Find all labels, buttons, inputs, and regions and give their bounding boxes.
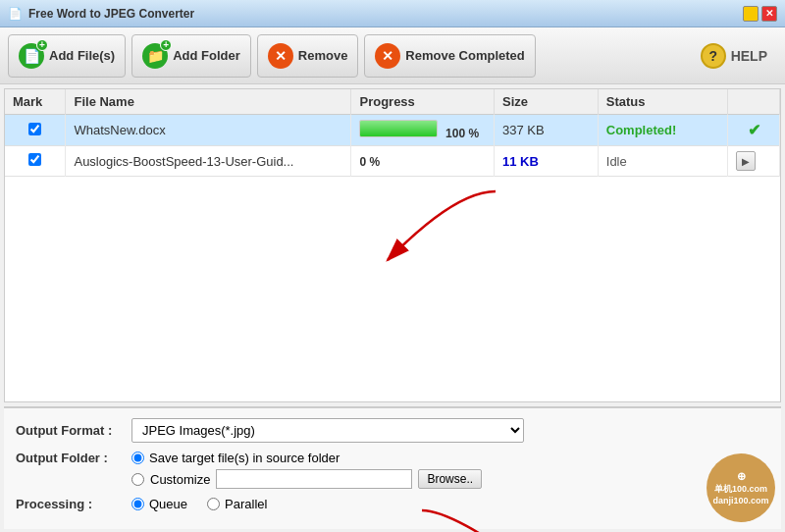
title-bar-left: 📄 Free Word to JPEG Converter [8,7,194,21]
row2-size: 11 KB [494,146,598,177]
processing-row: Processing : Queue Parallel [16,497,769,511]
add-folder-button[interactable]: 📁 + Add Folder [131,34,251,78]
app-icon: 📄 [8,7,23,21]
help-icon: ? [701,43,726,69]
remove-completed-icon: ✕ [375,43,400,69]
remove-completed-button[interactable]: ✕ Remove Completed [364,34,535,78]
row2-progress-text: 0 % [359,155,380,169]
add-files-label: Add File(s) [49,48,115,63]
output-folder-row: Output Folder : Save target file(s) in s… [16,451,769,489]
row1-action: ✔ [728,115,780,146]
row1-progress-bar [359,120,438,137]
row2-progress: 0 % [351,146,495,177]
file-list-panel: Mark File Name Progress Size Status What… [4,88,781,402]
close-button[interactable]: ✕ [761,6,777,22]
remove-label: Remove [298,48,348,63]
table-header-row: Mark File Name Progress Size Status [5,89,780,115]
title-bar-controls: ✕ [743,6,777,22]
col-status: Status [598,89,727,115]
toolbar: 📄 + Add File(s) 📁 + Add Folder ✕ Remove … [0,27,785,84]
col-progress: Progress [351,89,495,115]
add-files-button[interactable]: 📄 + Add File(s) [8,34,126,78]
remove-completed-label: Remove Completed [405,48,524,63]
row2-status-text: Idle [606,154,627,169]
row2-filename: Auslogics-BoostSpeed-13-User-Guid... [66,146,351,177]
row1-status: Completed! [598,115,727,146]
processing-label: Processing : [16,497,124,511]
queue-label: Queue [149,497,187,511]
col-mark: Mark [5,89,66,115]
customize-radio[interactable] [131,473,144,486]
output-folder-label: Output Folder : [16,451,124,465]
row1-check-icon: ✔ [748,122,760,138]
row1-progress: 100 % [351,115,495,146]
save-source-option: Save target file(s) in source folder [131,451,482,465]
add-files-icon: 📄 + [19,43,44,69]
save-source-radio[interactable] [131,452,144,464]
browse-button[interactable]: Browse.. [418,469,482,489]
row1-size: 337 KB [494,115,598,146]
table-row: Auslogics-BoostSpeed-13-User-Guid... 0 %… [5,146,780,177]
save-source-label: Save target file(s) in source folder [149,451,340,465]
row1-status-text: Completed! [606,123,677,137]
row1-progress-fill [360,121,437,136]
customize-input[interactable] [216,469,412,489]
parallel-radio[interactable] [207,498,220,510]
add-folder-icon: 📁 + [142,43,168,69]
parallel-label: Parallel [225,497,267,511]
title-bar: 📄 Free Word to JPEG Converter ✕ [0,0,785,27]
watermark: ⊕ 单机100.com danji100.com [706,453,775,522]
settings-panel: Output Format : JPEG Images(*.jpg) Outpu… [4,406,781,529]
output-format-select[interactable]: JPEG Images(*.jpg) [131,418,524,443]
row2-mark[interactable] [5,146,66,177]
folder-plus-badge: + [160,39,172,51]
customize-label: Customize [150,472,210,487]
table-row: WhatsNew.docx 100 % 337 KB Completed! ✔ [5,115,780,146]
watermark-subtext: danji100.com [712,496,768,505]
file-table: Mark File Name Progress Size Status What… [5,89,780,177]
queue-radio[interactable] [131,498,144,510]
col-action [728,89,780,115]
processing-options: Queue Parallel [131,497,267,511]
plus-badge: + [36,39,48,51]
output-format-row: Output Format : JPEG Images(*.jpg) [16,418,769,443]
col-filename: File Name [66,89,351,115]
annotation-area [5,177,780,401]
minimize-button[interactable] [743,6,759,22]
row2-checkbox[interactable] [28,153,41,166]
row1-checkbox[interactable] [28,123,41,135]
watermark-text: 单机100.com [714,483,767,496]
row1-filename: WhatsNew.docx [66,115,351,146]
add-folder-label: Add Folder [173,48,240,63]
app-title: Free Word to JPEG Converter [28,7,194,21]
help-button[interactable]: ? HELP [691,39,777,73]
row2-action[interactable]: ▶ [728,146,780,177]
row2-status: Idle [598,146,727,177]
red-arrow-annotation [378,182,574,280]
convert-arrow-annotation [412,505,530,532]
remove-button[interactable]: ✕ Remove [257,34,359,78]
customize-option: Customize Browse.. [131,469,482,489]
row1-mark[interactable] [5,115,66,146]
col-size: Size [494,89,598,115]
output-format-label: Output Format : [16,423,124,438]
watermark-icon: ⊕ [737,470,746,483]
row1-progress-text: 100 % [445,127,479,140]
remove-icon: ✕ [268,43,293,69]
help-label: HELP [731,48,767,64]
output-folder-options: Save target file(s) in source folder Cus… [131,451,482,489]
row2-play-button[interactable]: ▶ [736,151,756,171]
